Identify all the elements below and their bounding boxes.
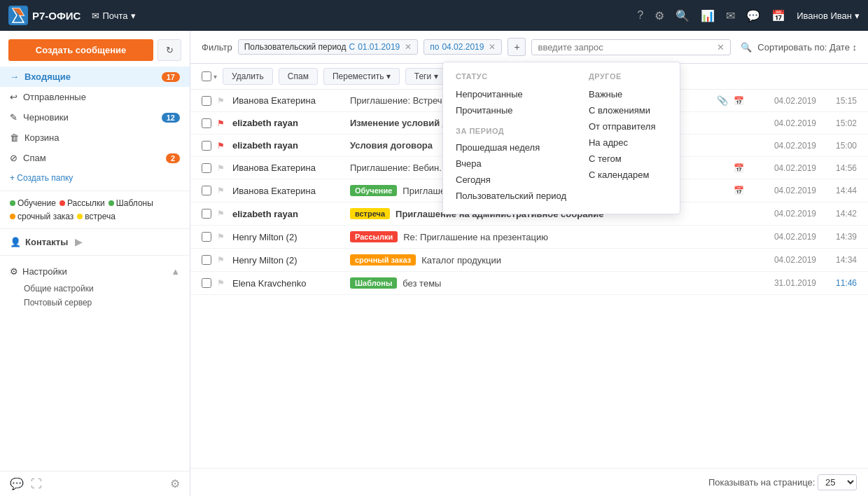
email-sender: elizabeth rayan <box>232 140 344 151</box>
delete-button[interactable]: Удалить <box>223 68 273 85</box>
filter-chip-to[interactable]: по 04.02.2019 ✕ <box>424 39 502 55</box>
tags-list: Обучение Рассылки Шаблоны срочный заказ … <box>10 198 180 221</box>
settings-footer-icon[interactable]: ⚙ <box>170 477 180 490</box>
chat-footer-icon[interactable]: 💬 <box>10 477 24 490</box>
filter-chip-remove-to[interactable]: ✕ <box>489 42 496 52</box>
filter-chip-from-value: 01.01.2019 <box>358 42 400 52</box>
calendar-icon[interactable]: 📅 <box>771 9 785 22</box>
email-row[interactable]: ⚑ Elena Kravchenko Шаблоны без темы 31.0… <box>190 272 868 295</box>
tags-button[interactable]: Теги ▾ <box>405 68 447 85</box>
email-checkbox[interactable] <box>202 278 211 288</box>
email-checkbox[interactable] <box>202 96 211 106</box>
filter-chip-remove-from[interactable]: ✕ <box>405 42 412 52</box>
flag-icon[interactable]: ⚑ <box>217 255 227 265</box>
sidebar-item-sent[interactable]: ↩ Отправленные <box>0 87 190 107</box>
search-icon[interactable]: 🔍 <box>676 9 690 22</box>
flag-icon[interactable]: ⚑ <box>217 278 227 288</box>
per-page-select[interactable]: 25 50 100 <box>818 474 857 490</box>
email-subject: Re: Приглашение на презентацию <box>403 232 748 242</box>
filter-to-address[interactable]: На адрес <box>589 135 655 151</box>
flag-icon[interactable]: ⚑ <box>217 141 227 151</box>
filter-custom-period[interactable]: Пользовательский период <box>456 188 566 204</box>
mail-menu[interactable]: ✉ Почта ▾ <box>92 11 135 21</box>
settings-icon[interactable]: ⚙ <box>654 9 664 22</box>
filter-with-calendar[interactable]: С календарем <box>589 167 655 183</box>
flag-icon[interactable]: ⚑ <box>217 209 227 219</box>
tag-srochny-zakaz[interactable]: срочный заказ <box>10 212 74 221</box>
email-row[interactable]: ⚑ Henry Milton (2) Рассылки Re: Приглаше… <box>190 226 868 249</box>
filter-search-button[interactable]: 🔍 <box>741 42 752 53</box>
sidebar-sent-label: Отправленные <box>23 92 86 102</box>
sent-icon: ↩ <box>10 92 18 102</box>
email-tag: встреча <box>350 208 390 219</box>
email-checkbox[interactable] <box>202 255 211 265</box>
filter-with-attachment[interactable]: С вложениями <box>589 102 655 118</box>
sidebar-divider-1 <box>0 191 190 191</box>
chat-icon[interactable]: 💬 <box>746 9 760 22</box>
email-checkbox[interactable] <box>202 163 211 173</box>
filter-important[interactable]: Важные <box>589 86 655 102</box>
filter-from-sender[interactable]: От отправителя <box>589 118 655 135</box>
sidebar-create-folder[interactable]: + Создать папку <box>0 168 190 188</box>
flag-icon[interactable]: ⚑ <box>217 96 227 106</box>
filter-yesterday[interactable]: Вчера <box>456 156 566 172</box>
refresh-button[interactable]: ↻ <box>158 39 181 61</box>
filter-today[interactable]: Сегодня <box>456 172 566 188</box>
flag-icon[interactable]: ⚑ <box>217 118 227 128</box>
email-subject: Каталог продукции <box>421 255 748 266</box>
tag-obuchenie[interactable]: Обучение <box>10 198 56 208</box>
filter-chip-period-label: Пользовательский период <box>244 42 346 52</box>
email-tag: Обучение <box>350 185 397 196</box>
email-checkbox[interactable] <box>202 209 211 219</box>
mail-icon[interactable]: ✉ <box>726 9 735 22</box>
settings-general[interactable]: Общие настройки <box>10 282 180 296</box>
filter-unread[interactable]: Непрочитанные <box>456 86 566 102</box>
email-row[interactable]: ⚑ Henry Milton (2) срочный заказ Каталог… <box>190 249 868 272</box>
email-checkbox[interactable] <box>202 118 211 128</box>
sidebar-item-contacts[interactable]: 👤 Контакты ▶ <box>0 232 190 252</box>
create-message-button[interactable]: Создать сообщение <box>8 39 153 61</box>
user-menu[interactable]: Иванов Иван ▾ <box>797 11 860 21</box>
calendar-attach-icon: 📅 <box>734 186 748 195</box>
tag-vstrecha[interactable]: встреча <box>77 212 115 221</box>
sidebar-item-inbox[interactable]: → Входящие 17 <box>0 67 190 87</box>
settings-mailserver[interactable]: Почтовый сервер <box>10 296 180 310</box>
email-time: 14:56 <box>822 163 857 173</box>
filter-read[interactable]: Прочитанные <box>456 102 566 118</box>
settings-header[interactable]: ⚙ Настройки ▲ <box>10 261 180 282</box>
tag-rassylki[interactable]: Рассылки <box>59 198 105 208</box>
flag-icon[interactable]: ⚑ <box>217 163 227 173</box>
filter-search-input[interactable] <box>538 42 717 53</box>
sidebar-footer: 💬 ⛶ ⚙ <box>0 471 190 496</box>
email-checkbox[interactable] <box>202 232 211 242</box>
settings-chevron-icon: ▲ <box>171 266 180 277</box>
select-all-checkbox[interactable] <box>202 71 211 81</box>
help-icon[interactable]: ? <box>637 9 643 22</box>
filter-search-clear-icon[interactable]: ✕ <box>717 42 724 53</box>
email-tag: срочный заказ <box>350 254 416 266</box>
attachment-icon: 📎 <box>717 95 728 106</box>
select-all-chevron-icon[interactable]: ▾ <box>214 73 217 81</box>
main-layout: Создать сообщение ↻ → Входящие 17 ↩ Отпр… <box>0 31 868 496</box>
email-checkbox[interactable] <box>202 141 211 151</box>
tag-shablony[interactable]: Шаблоны <box>108 198 153 208</box>
mail-label: Почта <box>102 11 127 21</box>
tag-dot-rassylki <box>59 200 65 206</box>
topnav-left: Р7-ОФИС ✉ Почта ▾ <box>8 6 136 25</box>
sidebar-item-drafts[interactable]: ✎ Черновики 12 <box>0 107 190 128</box>
filter-chip-period[interactable]: Пользовательский период С 01.01.2019 ✕ <box>238 39 419 55</box>
email-checkbox[interactable] <box>202 186 211 195</box>
move-button[interactable]: Переместить ▾ <box>323 68 400 85</box>
filter-last-week[interactable]: Прошедшая неделя <box>456 139 566 156</box>
sidebar-item-trash[interactable]: 🗑 Корзина <box>0 128 190 148</box>
sidebar-item-spam[interactable]: ⊘ Спам 2 <box>0 148 190 168</box>
analytics-icon[interactable]: 📊 <box>701 9 715 22</box>
flag-icon[interactable]: ⚑ <box>217 186 227 195</box>
expand-footer-icon[interactable]: ⛶ <box>31 478 42 490</box>
spam-button[interactable]: Спам <box>279 68 318 85</box>
logo[interactable]: Р7-ОФИС <box>8 6 80 25</box>
flag-icon[interactable]: ⚑ <box>217 232 227 242</box>
filter-with-tag[interactable]: С тегом <box>589 151 655 167</box>
email-sender: Henry Milton (2) <box>232 255 344 266</box>
filter-add-button[interactable]: + <box>507 38 526 56</box>
